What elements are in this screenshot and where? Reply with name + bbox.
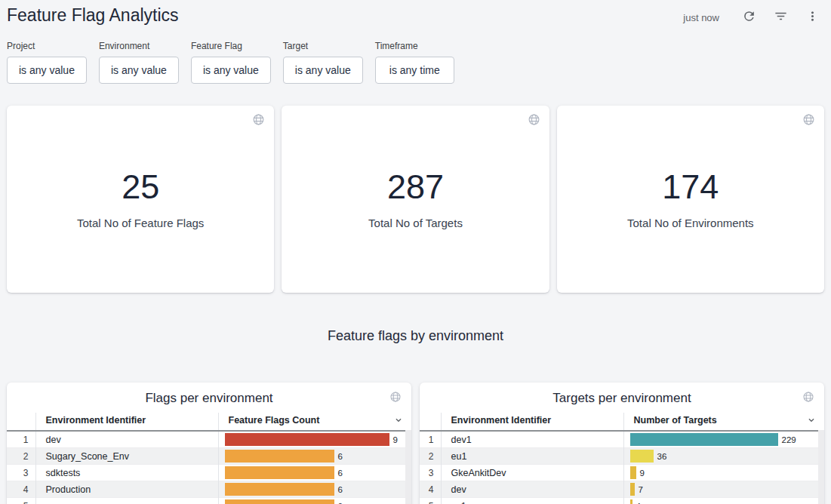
environment-identifier-cell[interactable]: dev1 [441,431,623,448]
environment-identifier-cell[interactable]: dev [441,481,623,498]
value-cell[interactable]: 6 [218,465,411,481]
value-bar [225,450,334,463]
filter-timeframe-value-button[interactable]: is any time [375,57,454,84]
value-bar [630,466,636,479]
last-refreshed-status: just now [683,12,719,23]
value-label: 9 [393,435,398,444]
page-title: Feature Flag Analytics [7,4,179,27]
value-label: 6 [338,469,343,478]
environment-identifier-cell[interactable]: Sugary_Scone_Env [35,448,218,465]
table-row: 1dev1229 [420,431,824,448]
filter-label: Feature Flag [191,41,271,51]
environment-identifier-cell[interactable]: sdktests [35,465,218,481]
value-cell[interactable]: 6 [218,481,411,498]
dashboard-filters-button[interactable] [769,6,792,29]
filter-label: Target [283,41,363,51]
table-header-row: Environment Identifier Feature Flags Cou… [7,413,411,431]
kpi-value: 174 [662,170,719,204]
value-bar [630,499,632,504]
flags-per-environment-table: Environment Identifier Feature Flags Cou… [7,413,411,504]
environment-identifier-cell[interactable]: GkeAnkitDev [441,465,623,481]
kebab-menu-icon [805,9,820,26]
filter-feature-flag-value-button[interactable]: is any value [191,57,271,84]
chevron-down-icon[interactable] [805,414,817,426]
kpi-label: Total No of Targets [368,217,463,229]
row-number: 5 [420,498,441,504]
value-cell[interactable]: 6 [218,448,411,465]
row-number: 1 [420,431,441,448]
value-label: 7 [639,485,643,494]
filter-label: Project [7,41,87,51]
kpi-value: 25 [122,170,159,204]
table-row: 2eu136 [420,448,824,465]
dashboard-header: Feature Flag Analytics just now [0,0,831,29]
column-header-feature-flags-count[interactable]: Feature Flags Count [218,413,411,431]
environment-identifier-cell[interactable]: us1 [441,498,623,504]
chevron-down-icon[interactable] [392,414,405,426]
tables-row: Flags per environment Environment Identi… [7,383,824,504]
value-cell[interactable]: 36 [623,448,824,465]
globe-icon [252,113,265,126]
kpi-label: Total No of Environments [627,217,754,229]
tile-title: Targets per environment [420,383,824,413]
table-row: 4dev7 [420,481,824,498]
filter-environment-value-button[interactable]: is any value [99,57,179,84]
refresh-button[interactable] [737,6,760,29]
tile-total-environments: 174 Total No of Environments [557,106,824,293]
column-header-environment-identifier[interactable]: Environment Identifier [441,413,623,431]
value-cell[interactable]: 4 [623,498,824,504]
tile-total-feature-flags: 25 Total No of Feature Flags [7,106,274,293]
vertical-scrollbar[interactable] [405,430,411,504]
refresh-icon [742,9,756,26]
more-actions-button[interactable] [801,6,823,29]
table-row: 3sdktests6 [7,465,411,481]
filter-target-value-button[interactable]: is any value [283,57,363,84]
filter-list-icon [774,9,788,26]
table-row: 5us14 [420,498,824,504]
tile-title: Flags per environment [7,383,411,413]
row-number-header [420,413,441,431]
value-cell[interactable]: 229 [623,431,824,448]
row-number: 4 [420,481,441,498]
row-number: 4 [7,481,35,498]
filter-target: Target is any value [283,41,363,84]
environment-identifier-cell[interactable]: dev [35,431,218,448]
kpi-label: Total No of Feature Flags [77,217,204,229]
column-header-environment-identifier[interactable]: Environment Identifier [35,413,218,431]
value-label: 6 [338,485,343,494]
value-label: 4 [636,502,641,504]
column-header-number-of-targets[interactable]: Number of Targets [623,413,824,431]
value-bar [630,450,654,463]
environment-identifier-cell[interactable]: Production [35,481,218,498]
value-label: 6 [338,502,343,504]
tile-flags-per-environment: Flags per environment Environment Identi… [7,383,411,504]
vertical-scrollbar[interactable] [818,430,824,504]
row-number: 3 [420,465,441,481]
environment-identifier-cell[interactable]: prega [35,498,218,504]
value-bar [225,433,389,446]
value-bar [630,483,635,496]
table-header-row: Environment Identifier Number of Targets [420,413,824,431]
value-label: 6 [338,452,343,461]
filter-label: Environment [99,41,179,51]
filter-environment: Environment is any value [99,41,179,84]
row-number: 3 [7,465,35,481]
section-title: Feature flags by environment [0,328,831,344]
filter-bar: Project is any value Environment is any … [0,29,831,84]
value-bar [225,499,334,504]
table-row: 2Sugary_Scone_Env6 [7,448,411,465]
tile-total-targets: 287 Total No of Targets [282,106,549,293]
environment-identifier-cell[interactable]: eu1 [441,448,623,465]
filter-label: Timeframe [375,41,454,51]
row-number: 2 [420,448,441,465]
value-bar [630,433,778,446]
table-row: 3GkeAnkitDev9 [420,465,824,481]
value-cell[interactable]: 9 [623,465,824,481]
value-cell[interactable]: 7 [623,481,824,498]
globe-icon [802,391,814,403]
filter-feature-flag: Feature Flag is any value [191,41,271,84]
filter-project-value-button[interactable]: is any value [7,57,87,84]
value-cell[interactable]: 6 [218,498,411,504]
value-cell[interactable]: 9 [218,431,411,448]
row-number: 1 [7,431,35,448]
